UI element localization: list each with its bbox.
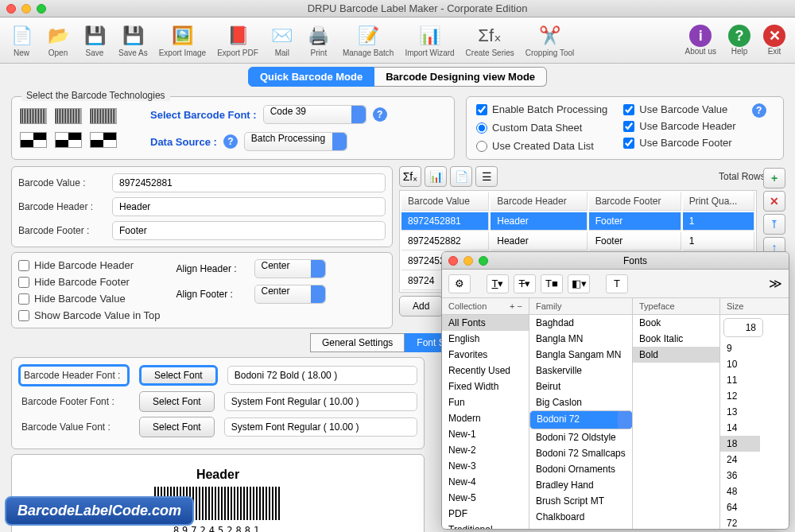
list-item[interactable]: 72	[720, 515, 760, 529]
data-source-select[interactable]: Batch Processing	[244, 132, 347, 151]
strike-icon[interactable]: T▾	[514, 274, 536, 293]
barcode-tech-icon[interactable]	[55, 132, 82, 148]
header-font-value[interactable]	[227, 366, 417, 385]
excel-icon[interactable]: 📊	[425, 166, 447, 187]
barcode-footer-input[interactable]	[112, 221, 386, 240]
help-icon[interactable]: ?	[373, 107, 387, 122]
help-icon[interactable]: ?	[752, 103, 766, 118]
list-item[interactable]: Book Italic	[633, 331, 719, 347]
toolbar-print[interactable]: 🖨️Print	[302, 21, 335, 59]
list-item[interactable]: New-3	[442, 458, 529, 474]
toolbar-cropping-tool[interactable]: ✂️Cropping Tool	[522, 21, 579, 59]
table-row[interactable]: 8972452882HeaderFooter1	[401, 232, 754, 250]
toolbar-new[interactable]: 📄New	[5, 21, 38, 59]
barcode-header-input[interactable]	[112, 197, 386, 216]
barcode-tech-icon[interactable]	[20, 108, 47, 124]
select-footer-font-button[interactable]: Select Font	[139, 391, 215, 412]
list-item[interactable]: Book	[633, 315, 719, 331]
zoom-window[interactable]	[37, 4, 46, 14]
created-list-radio[interactable]: Use Created Data List	[476, 140, 607, 152]
list-item[interactable]: Chalkboard SE	[529, 525, 632, 529]
list-item[interactable]: 14	[720, 420, 760, 436]
list-item[interactable]: Beirut	[529, 379, 632, 394]
list-item[interactable]: 12	[720, 388, 760, 404]
barcode-tech-icon[interactable]	[55, 108, 82, 124]
list-item[interactable]: Favorites	[442, 347, 529, 363]
footer-font-value[interactable]	[224, 392, 417, 411]
list-item[interactable]: Bodoni Ornaments	[529, 461, 632, 477]
barcode-tech-icon[interactable]	[20, 132, 47, 148]
value-font-value[interactable]	[224, 417, 417, 437]
list-item[interactable]: New-2	[442, 442, 529, 458]
hide-footer-checkbox[interactable]: Hide Barcode Footer	[18, 276, 161, 288]
toolbar-exit[interactable]: ✕Exit	[758, 23, 790, 57]
list-item[interactable]: 48	[720, 483, 760, 499]
list-item[interactable]: Baskerville	[529, 363, 632, 379]
list-item[interactable]: Bodoni 72	[529, 410, 633, 429]
help-icon[interactable]: ?	[223, 134, 238, 149]
list-item[interactable]: Bodoni 72 Oldstyle	[529, 429, 632, 445]
export-icon[interactable]: 📄	[450, 166, 472, 187]
list-item[interactable]: Bangla MN	[529, 331, 632, 347]
use-value-checkbox[interactable]: Use Barcode Value	[623, 103, 735, 115]
use-header-checkbox[interactable]: Use Barcode Header	[623, 120, 735, 132]
list-item[interactable]: Traditional	[442, 522, 529, 529]
list-item[interactable]: 9	[720, 340, 760, 356]
align-footer-select[interactable]: Center	[254, 285, 326, 304]
use-footer-checkbox[interactable]: Use Barcode Footer	[623, 137, 735, 149]
list-item[interactable]: New-4	[442, 474, 529, 490]
barcode-font-select[interactable]: Code 39	[263, 105, 366, 124]
select-value-font-button[interactable]: Select Font	[139, 417, 215, 437]
toolbar-export-pdf[interactable]: 📕Export PDF	[213, 21, 262, 59]
align-header-select[interactable]: Center	[254, 259, 326, 278]
list-item[interactable]: 36	[720, 468, 760, 483]
mode-design[interactable]: Barcode Designing view Mode	[374, 67, 547, 87]
list-item[interactable]: Bodoni 72 Smallcaps	[529, 445, 632, 461]
move-top-button[interactable]: ⤒	[763, 214, 785, 235]
list-item[interactable]: 13	[720, 404, 760, 420]
tab-general[interactable]: General Settings	[310, 333, 405, 352]
list-item[interactable]: 64	[720, 499, 760, 515]
list-item[interactable]: Big Caslon	[529, 394, 632, 410]
column-header[interactable]: Barcode Header	[491, 192, 587, 211]
table-row[interactable]: 8972452881HeaderFooter1	[401, 212, 754, 231]
add-button[interactable]: Add	[399, 296, 443, 316]
add-row-button[interactable]: +	[763, 168, 785, 188]
toolbar-create-series[interactable]: ΣfₓCreate Series	[462, 21, 518, 59]
toolbar-help[interactable]: ?Help	[723, 23, 755, 57]
toolbar-save[interactable]: 💾Save	[78, 21, 111, 59]
list-item[interactable]: Fixed Width	[442, 379, 529, 394]
fonts-window[interactable]: Fonts ⚙︎ T▾ T▾ T■ ◧▾ T ≫ Collection+ − A…	[441, 251, 789, 530]
list-item[interactable]: New-1	[442, 426, 529, 442]
text-color-icon[interactable]: T■	[541, 274, 563, 293]
list-item[interactable]: English	[442, 331, 529, 347]
column-header[interactable]: Barcode Value	[401, 192, 489, 211]
list-item[interactable]: PDF	[442, 506, 529, 522]
delete-row-button[interactable]: ✕	[763, 191, 785, 212]
list-item[interactable]: Chalkboard	[529, 509, 632, 525]
toolbar-import-wizard[interactable]: 📊Import Wizard	[401, 21, 458, 59]
list-item[interactable]: 18	[720, 436, 760, 452]
list-icon[interactable]: ☰	[475, 166, 498, 187]
list-item[interactable]: Modern	[442, 410, 529, 426]
toolbar-open[interactable]: 📂Open	[41, 21, 75, 59]
shadow-icon[interactable]: T	[606, 274, 628, 293]
mode-quick[interactable]: Quick Barcode Mode	[248, 67, 374, 87]
select-header-font-button[interactable]: Select Font	[139, 365, 218, 386]
list-item[interactable]: All Fonts	[442, 315, 529, 331]
barcode-value-input[interactable]	[112, 173, 386, 192]
list-item[interactable]: Bold	[633, 347, 719, 363]
toolbar-export-image[interactable]: 🖼️Export Image	[155, 21, 210, 59]
custom-sheet-radio[interactable]: Custom Data Sheet	[476, 122, 607, 134]
close-icon[interactable]	[448, 256, 458, 266]
barcode-tech-icon[interactable]	[90, 108, 117, 124]
hide-header-checkbox[interactable]: Hide Barcode Header	[18, 259, 161, 271]
list-item[interactable]: Recently Used	[442, 363, 529, 379]
column-header[interactable]: Barcode Footer	[589, 192, 681, 211]
list-item[interactable]: Bradley Hand	[529, 477, 632, 493]
underline-icon[interactable]: T▾	[487, 274, 509, 293]
list-item[interactable]: Fun	[442, 394, 529, 410]
column-header[interactable]: Print Qua...	[683, 192, 754, 211]
toolbar-manage-batch[interactable]: 📝Manage Batch	[339, 21, 398, 59]
font-size-input[interactable]	[723, 318, 763, 337]
